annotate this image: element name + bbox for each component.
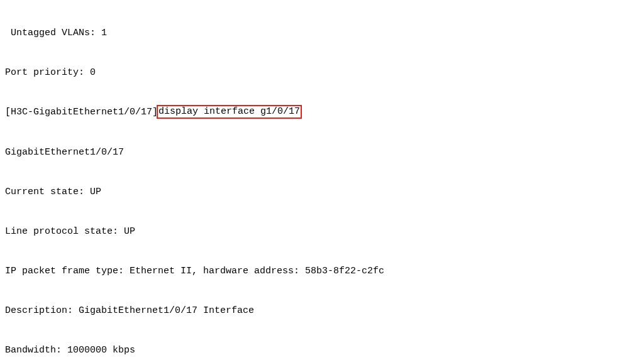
- output-line: Current state: UP: [5, 185, 639, 199]
- output-line: IP packet frame type: Ethernet II, hardw…: [5, 265, 639, 278]
- output-line: Port priority: 0: [5, 66, 639, 79]
- prompt-text: [H3C-GigabitEthernet1/0/17]: [5, 107, 158, 117]
- terminal-output: Untagged VLANs: 1 Port priority: 0 [H3C-…: [0, 0, 644, 360]
- highlight-command: display interface g1/0/17: [157, 105, 302, 119]
- output-line: Description: GigabitEthernet1/0/17 Inter…: [5, 304, 639, 317]
- output-line: Untagged VLANs: 1: [5, 26, 639, 40]
- output-line: GigabitEthernet1/0/17: [5, 146, 639, 159]
- output-line: Bandwidth: 1000000 kbps: [5, 344, 639, 357]
- command-line: [H3C-GigabitEthernet1/0/17]display inter…: [5, 106, 639, 119]
- output-line: Line protocol state: UP: [5, 225, 639, 238]
